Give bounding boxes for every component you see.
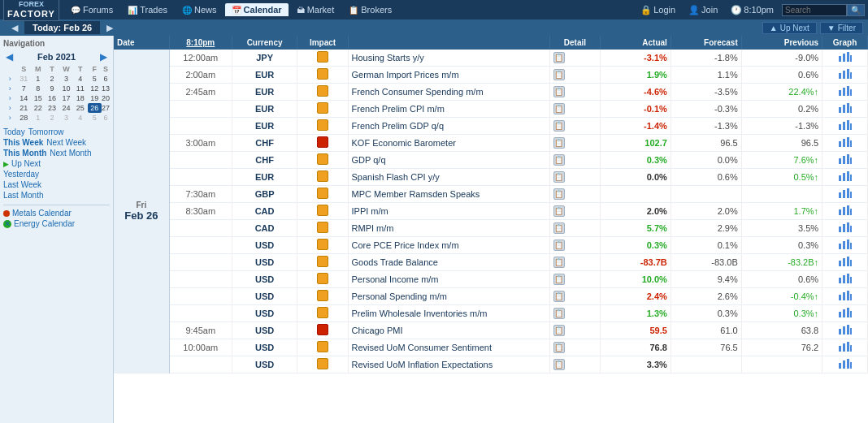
detail-icon[interactable]: 📋 bbox=[553, 291, 565, 302]
detail-cell[interactable]: 📋 bbox=[549, 356, 600, 373]
graph-cell[interactable] bbox=[822, 169, 868, 186]
calendar-day[interactable]: 22 bbox=[31, 103, 45, 113]
detail-icon[interactable]: 📋 bbox=[553, 171, 565, 183]
calendar-day[interactable]: 17 bbox=[59, 93, 73, 103]
detail-cell[interactable]: 📋 bbox=[549, 84, 600, 101]
calendar-day[interactable]: 14 bbox=[17, 93, 31, 103]
nav-news[interactable]: 🌐 News bbox=[176, 3, 224, 16]
detail-icon[interactable]: 📋 bbox=[553, 325, 565, 336]
nav-forums[interactable]: 💬 Forums bbox=[64, 3, 119, 16]
graph-icon[interactable] bbox=[838, 273, 853, 284]
week-nav-button[interactable]: › bbox=[3, 113, 17, 123]
week-nav-button[interactable]: › bbox=[3, 93, 17, 103]
up-next-button[interactable]: ▲ Up Next bbox=[762, 22, 817, 34]
today-link[interactable]: Today bbox=[3, 127, 25, 136]
up-next-nav-link[interactable]: Up Next bbox=[11, 159, 41, 168]
mini-cal-next[interactable]: ▶ bbox=[98, 51, 110, 63]
detail-icon[interactable]: 📋 bbox=[553, 137, 565, 149]
graph-cell[interactable] bbox=[822, 118, 868, 135]
calendar-day[interactable]: 27 bbox=[102, 103, 110, 113]
calendar-day[interactable]: 13 bbox=[102, 84, 110, 93]
nav-brokers[interactable]: 📋 Brokers bbox=[342, 3, 398, 16]
graph-icon[interactable] bbox=[838, 119, 853, 131]
search-button[interactable]: 🔍 bbox=[847, 4, 865, 16]
graph-cell[interactable] bbox=[822, 84, 868, 101]
detail-icon[interactable]: 📋 bbox=[553, 52, 565, 63]
graph-cell[interactable] bbox=[822, 356, 868, 373]
detail-cell[interactable]: 📋 bbox=[549, 135, 600, 152]
detail-icon[interactable]: 📋 bbox=[553, 240, 565, 251]
graph-icon[interactable] bbox=[838, 136, 853, 148]
graph-icon[interactable] bbox=[838, 68, 853, 80]
graph-icon[interactable] bbox=[838, 358, 853, 369]
week-nav-button[interactable]: › bbox=[3, 103, 17, 113]
metals-calendar-link[interactable]: Metals Calendar bbox=[3, 209, 110, 218]
calendar-day[interactable]: 12 bbox=[88, 84, 102, 93]
calendar-day[interactable]: 21 bbox=[17, 103, 31, 113]
detail-icon[interactable]: 📋 bbox=[553, 222, 565, 234]
detail-icon[interactable]: 📋 bbox=[553, 188, 565, 200]
last-week-link[interactable]: Last Week bbox=[3, 180, 110, 189]
calendar-day[interactable]: 26 bbox=[88, 103, 102, 113]
calendar-day[interactable]: 5 bbox=[88, 113, 102, 123]
detail-icon[interactable]: 📋 bbox=[553, 154, 565, 166]
calendar-day[interactable]: 19 bbox=[88, 93, 102, 103]
calendar-day[interactable]: 25 bbox=[73, 103, 87, 113]
detail-icon[interactable]: 📋 bbox=[553, 308, 565, 319]
detail-icon[interactable]: 📋 bbox=[553, 342, 565, 353]
this-week-link[interactable]: This Week bbox=[3, 138, 43, 147]
detail-cell[interactable]: 📋 bbox=[549, 271, 600, 288]
detail-cell[interactable]: 📋 bbox=[549, 203, 600, 220]
graph-cell[interactable] bbox=[822, 67, 868, 84]
calendar-day[interactable]: 6 bbox=[102, 74, 110, 84]
this-month-link[interactable]: This Month bbox=[3, 149, 46, 158]
filter-button[interactable]: ▼ Filter bbox=[820, 22, 863, 34]
calendar-day[interactable]: 8 bbox=[31, 84, 45, 93]
detail-cell[interactable]: 📋 bbox=[549, 220, 600, 237]
login-button[interactable]: 🔒 Login bbox=[636, 3, 680, 17]
calendar-day[interactable]: 24 bbox=[59, 103, 73, 113]
graph-cell[interactable] bbox=[822, 101, 868, 118]
calendar-day[interactable]: 2 bbox=[45, 74, 59, 84]
detail-icon[interactable]: 📋 bbox=[553, 86, 565, 97]
detail-cell[interactable]: 📋 bbox=[549, 339, 600, 356]
graph-icon[interactable] bbox=[838, 256, 853, 267]
graph-icon[interactable] bbox=[838, 51, 853, 63]
graph-cell[interactable] bbox=[822, 237, 868, 254]
yesterday-link[interactable]: Yesterday bbox=[3, 170, 110, 179]
graph-icon[interactable] bbox=[838, 290, 853, 301]
graph-cell[interactable] bbox=[822, 271, 868, 288]
detail-icon[interactable]: 📋 bbox=[553, 205, 565, 217]
graph-icon[interactable] bbox=[838, 85, 853, 97]
next-week-link[interactable]: Next Week bbox=[46, 138, 86, 147]
detail-icon[interactable]: 📋 bbox=[553, 359, 565, 370]
graph-icon[interactable] bbox=[838, 239, 853, 250]
graph-icon[interactable] bbox=[838, 324, 853, 335]
calendar-day[interactable]: 9 bbox=[45, 84, 59, 93]
next-nav-button[interactable]: ▶ bbox=[100, 21, 119, 35]
calendar-day[interactable]: 20 bbox=[102, 93, 110, 103]
graph-cell[interactable] bbox=[822, 135, 868, 152]
week-nav-button[interactable]: › bbox=[3, 84, 17, 93]
graph-icon[interactable] bbox=[838, 341, 853, 352]
calendar-day[interactable]: 3 bbox=[59, 113, 73, 123]
graph-cell[interactable] bbox=[822, 203, 868, 220]
nav-market[interactable]: 🏔 Market bbox=[290, 3, 341, 16]
calendar-day[interactable]: 23 bbox=[45, 103, 59, 113]
logo[interactable]: FOREX FACTORY bbox=[3, 0, 59, 21]
calendar-day[interactable]: 3 bbox=[59, 74, 73, 84]
calendar-day[interactable]: 2 bbox=[45, 113, 59, 123]
detail-icon[interactable]: 📋 bbox=[553, 274, 565, 285]
detail-cell[interactable]: 📋 bbox=[549, 169, 600, 186]
graph-icon[interactable] bbox=[838, 170, 853, 182]
prev-nav-button[interactable]: ◀ bbox=[5, 21, 24, 35]
week-nav-button[interactable]: › bbox=[3, 74, 17, 84]
detail-icon[interactable]: 📋 bbox=[553, 120, 565, 132]
time-col-header[interactable]: 8:10pm bbox=[169, 36, 232, 50]
graph-cell[interactable] bbox=[822, 322, 868, 339]
graph-cell[interactable] bbox=[822, 254, 868, 271]
mini-cal-prev[interactable]: ◀ bbox=[3, 51, 15, 63]
calendar-day[interactable]: 16 bbox=[45, 93, 59, 103]
calendar-day[interactable]: 18 bbox=[73, 93, 87, 103]
search-input[interactable] bbox=[782, 4, 847, 16]
